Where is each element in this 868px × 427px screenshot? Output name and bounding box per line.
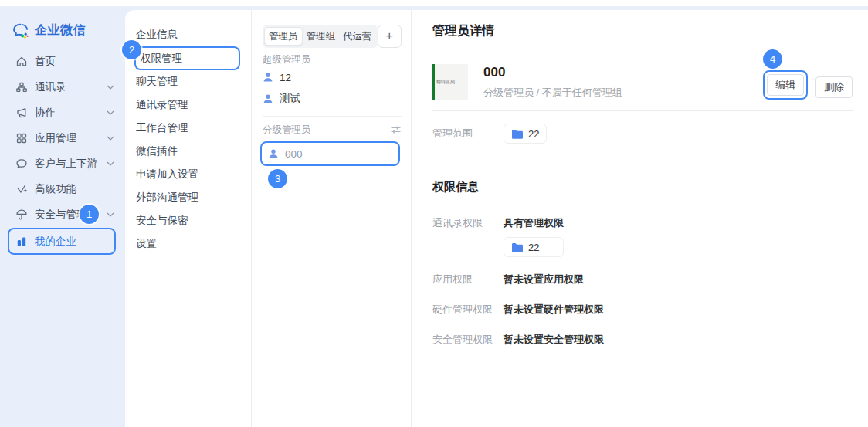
person-icon [263, 93, 273, 104]
settings-item-join-settings[interactable]: 申请加入设置 [125, 163, 251, 186]
sidebar-item-contacts[interactable]: 通讯录 [0, 74, 125, 100]
sidebar-item-advanced[interactable]: 高级功能 [0, 176, 125, 202]
profile-actions: 编辑 4 删除 [763, 64, 853, 100]
sidebar-nav: 首页 通讯录 协作 应用管理 [0, 49, 125, 255]
admin-tabs-row: 管理员 管理组 代运营 + [263, 25, 402, 48]
settings-item-label: 权限管理 [141, 52, 182, 66]
divider [432, 49, 853, 49]
chevron-down-icon [107, 85, 114, 90]
person-icon [268, 148, 279, 159]
permission-value: 暂未设置应用权限 [504, 273, 584, 286]
admin-role-description: 分级管理员 / 不属于任何管理组 [483, 86, 763, 100]
field-label: 应用权限 [432, 273, 504, 286]
management-scope-row: 管理范围 22 [432, 124, 853, 144]
settings-item-chat-management[interactable]: 聊天管理 [125, 70, 251, 93]
chevron-down-icon [107, 136, 114, 141]
admin-member-name: 测试 [280, 92, 300, 106]
step-badge-1: 1 [80, 205, 99, 224]
field-label: 通讯录权限 [432, 216, 504, 229]
filter-icon[interactable] [390, 125, 402, 134]
field-label: 安全管理权限 [432, 333, 504, 346]
settings-item-label: 通讯录管理 [136, 98, 188, 112]
settings-menu: 企业信息 权限管理 2 聊天管理 通讯录管理 工作台管理 微信插件 申请加入设置… [125, 10, 252, 427]
admin-member-ceshi[interactable]: 测试 [263, 88, 402, 110]
sidebar-item-label: 首页 [35, 55, 56, 69]
admin-name: 000 [483, 65, 763, 80]
collaboration-icon [15, 107, 28, 119]
folder-icon [511, 129, 524, 139]
permission-value: 具有管理权限 [504, 216, 564, 229]
add-admin-button[interactable]: + [378, 25, 402, 48]
sidebar-item-label: 通讯录 [35, 80, 66, 94]
page-title: 管理员详情 [432, 23, 853, 39]
app-logo: 企业微信 [0, 6, 125, 39]
scope-folder-chip[interactable]: 22 [504, 124, 547, 144]
field-label: 管理范围 [432, 127, 504, 141]
divider [263, 116, 402, 117]
sidebar-item-label: 应用管理 [35, 131, 76, 145]
profile-info: 000 分级管理员 / 不属于任何管理组 [483, 64, 763, 100]
folder-icon [511, 242, 524, 252]
admin-member-000[interactable]: 000 3 [260, 141, 400, 166]
permissions-section-title: 权限信息 [432, 180, 853, 195]
step-badge-3: 3 [268, 169, 287, 188]
step-badge-4: 4 [763, 49, 782, 69]
profile-block: 梅特亚列 000 分级管理员 / 不属于任何管理组 编辑 4 删除 [432, 64, 853, 100]
chat-bubble-icon [15, 158, 28, 170]
contacts-icon [15, 81, 28, 93]
sidebar-item-my-enterprise[interactable]: 我的企业 [8, 228, 116, 255]
settings-item-permission-management[interactable]: 权限管理 2 [134, 46, 240, 70]
permission-value: 暂未设置安全管理权限 [504, 333, 604, 346]
group-title-label: 分级管理员 [263, 124, 311, 137]
sidebar-item-home[interactable]: 首页 [0, 49, 125, 74]
group-title-scoped-admin: 分级管理员 [263, 123, 402, 137]
admin-member-12[interactable]: 12 [263, 66, 402, 88]
sidebar-item-collaboration[interactable]: 协作 [0, 100, 125, 125]
folder-count: 22 [528, 242, 539, 253]
sidebar-item-label: 客户与上下游 [35, 157, 97, 171]
settings-item-label: 外部沟通管理 [136, 191, 198, 205]
plus-icon: + [385, 29, 393, 44]
folder-count: 22 [528, 128, 539, 140]
tab-admins[interactable]: 管理员 [264, 27, 303, 46]
settings-item-security-privacy[interactable]: 安全与保密 [125, 209, 251, 232]
chevron-down-icon [107, 110, 114, 115]
settings-item-contacts-management[interactable]: 通讯录管理 [125, 93, 251, 117]
admin-member-name: 000 [285, 148, 303, 160]
advanced-features-icon [15, 183, 28, 195]
sidebar-item-security[interactable]: 安全与管理 1 [0, 202, 125, 227]
chevron-down-icon [107, 161, 114, 166]
settings-item-wechat-plugin[interactable]: 微信插件 [125, 140, 251, 163]
delete-button[interactable]: 删除 [815, 76, 853, 98]
settings-item-workbench-management[interactable]: 工作台管理 [125, 117, 251, 140]
sidebar-item-label: 协作 [35, 106, 56, 120]
admin-tabs: 管理员 管理组 代运营 [263, 25, 378, 48]
settings-item-label: 安全与保密 [136, 214, 188, 228]
tab-admin-groups[interactable]: 管理组 [303, 26, 340, 46]
settings-item-settings[interactable]: 设置 [125, 232, 251, 256]
settings-item-label: 工作台管理 [136, 121, 188, 135]
permission-row-apps: 应用权限 暂未设置应用权限 [432, 273, 853, 286]
sidebar-item-apps[interactable]: 应用管理 [0, 125, 125, 151]
umbrella-icon [15, 208, 28, 221]
group-title-label: 超级管理员 [263, 53, 311, 66]
content-panel: 企业信息 权限管理 2 聊天管理 通讯录管理 工作台管理 微信插件 申请加入设置… [125, 10, 868, 427]
settings-item-label: 申请加入设置 [136, 168, 198, 181]
settings-item-label: 微信插件 [136, 144, 178, 158]
home-icon [15, 56, 28, 68]
avatar-green-bar [432, 64, 435, 100]
tab-agent-operation[interactable]: 代运营 [339, 26, 376, 46]
edit-button[interactable]: 编辑 [767, 74, 804, 96]
divider [432, 164, 853, 164]
settings-item-enterprise-info[interactable]: 企业信息 [125, 23, 251, 46]
apps-grid-icon [15, 132, 28, 144]
contacts-folder-chip[interactable]: 22 [504, 237, 564, 257]
step-badge-2: 2 [122, 40, 141, 59]
permission-value: 暂未设置硬件管理权限 [504, 303, 604, 316]
settings-item-label: 设置 [136, 237, 157, 251]
person-icon [263, 72, 273, 83]
settings-item-label: 聊天管理 [136, 75, 178, 89]
settings-item-external-communication[interactable]: 外部沟通管理 [125, 186, 251, 209]
sidebar-item-customers[interactable]: 客户与上下游 [0, 151, 125, 176]
settings-item-label: 企业信息 [136, 28, 178, 42]
